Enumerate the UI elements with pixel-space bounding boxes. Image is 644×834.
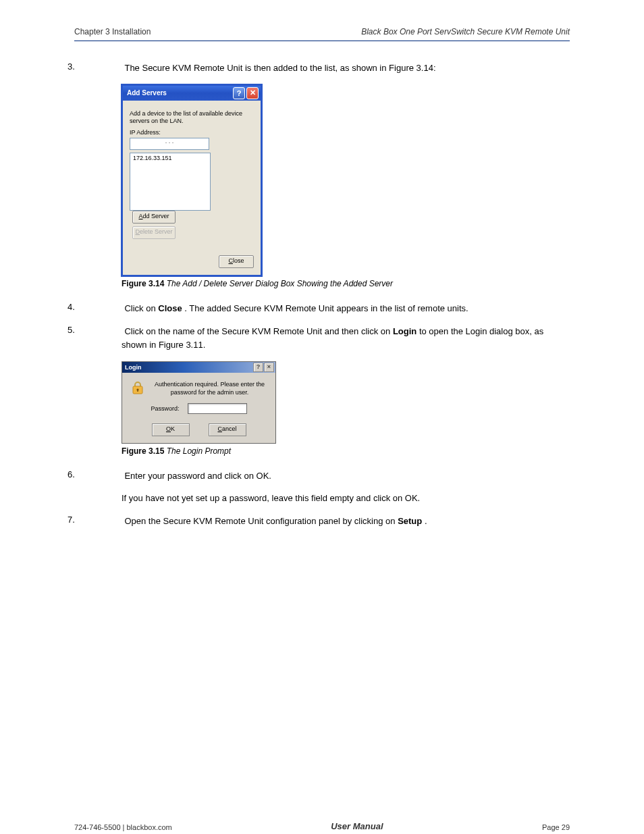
close-icon[interactable]: ×	[264, 363, 274, 372]
step-7: 7. Open the Secure KVM Remote Unit confi…	[74, 515, 570, 528]
add-server-button[interactable]: Add Server	[132, 211, 176, 224]
footer-right: Page 29	[542, 823, 570, 831]
chapter-label: Chapter 3 Installation	[74, 27, 151, 36]
step-5: 5. Click on the name of the Secure KVM R…	[74, 325, 570, 352]
header-rule	[74, 41, 570, 41]
close-button[interactable]: Close	[219, 255, 254, 268]
footer-center: User Manual	[172, 821, 542, 831]
step-3: 3. The Secure KVM Remote Unit is then ad…	[74, 61, 570, 75]
help-button[interactable]: ?	[233, 87, 245, 99]
page-footer: 724-746-5500 | blackbox.com User Manual …	[0, 821, 644, 834]
titlebar: Login ? ×	[122, 362, 275, 373]
ok-button[interactable]: OK	[152, 423, 190, 436]
password-input[interactable]	[188, 403, 247, 414]
login-dialog: Login ? × Authentication required. Pleas…	[122, 361, 276, 444]
titlebar: Add Servers ? ✕	[123, 86, 261, 101]
figure-caption: Figure 3.14 The Add / Delete Server Dial…	[74, 279, 570, 288]
step-6-note: If you have not yet set up a password, l…	[74, 492, 570, 505]
svg-rect-2	[137, 390, 138, 392]
figure-caption: Figure 3.15 The Login Prompt	[74, 446, 570, 456]
add-servers-dialog: Add Servers ? ✕ Add a device to the list…	[122, 84, 262, 277]
product-name: Black Box One Port ServSwitch Secure KVM…	[361, 27, 570, 36]
dialog-title: Login	[125, 364, 252, 371]
ip-label: IP Address:	[130, 129, 254, 136]
list-item[interactable]: 172.16.33.151	[133, 155, 207, 161]
close-icon[interactable]: ✕	[246, 87, 259, 99]
footer-left: 724-746-5500 | blackbox.com	[74, 823, 172, 831]
ip-address-input[interactable]: · · ·	[130, 138, 209, 150]
step-4: 4. Click on Close . The added Secure KVM…	[74, 302, 570, 315]
password-label: Password:	[151, 405, 179, 412]
step-number: 3.	[95, 61, 122, 72]
step-6: 6. Enter your password and click on OK.	[74, 469, 570, 483]
server-list[interactable]: 172.16.33.151	[130, 153, 211, 211]
help-button[interactable]: ?	[253, 363, 263, 372]
dialog-title: Add Servers	[127, 89, 232, 97]
cancel-button[interactable]: Cancel	[209, 423, 246, 436]
lock-icon	[132, 381, 144, 394]
login-message: Authentication required. Please enter th…	[153, 381, 266, 396]
dialog-description: Add a device to the list of available de…	[130, 110, 254, 126]
delete-server-button: Delete Server	[132, 226, 176, 239]
